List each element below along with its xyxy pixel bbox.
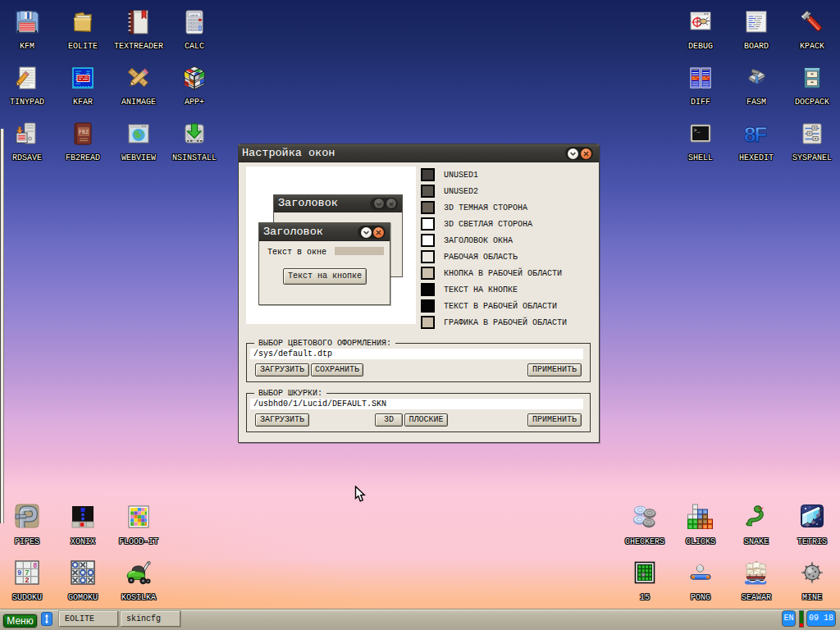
svg-text:8F: 8F	[744, 122, 766, 147]
svg-text:8000: 8000	[692, 68, 698, 71]
svg-text:2: 2	[25, 577, 29, 585]
svg-text:9: 9	[17, 569, 21, 578]
svg-text:1373: 1373	[189, 14, 198, 17]
svg-text:>_: >_	[694, 128, 701, 134]
svg-text:8: 8	[33, 562, 37, 570]
svg-text:FB2: FB2	[79, 130, 89, 135]
svg-text:8000: 8000	[702, 68, 709, 71]
